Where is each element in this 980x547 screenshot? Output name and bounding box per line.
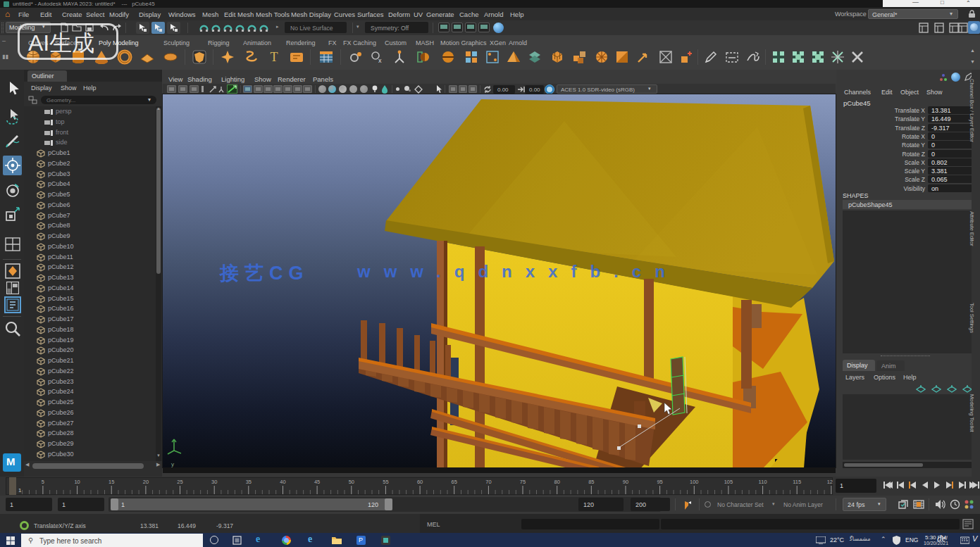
svg-text:120: 120 xyxy=(827,479,833,485)
svg-text:55: 55 xyxy=(383,479,388,485)
svg-text:15: 15 xyxy=(108,479,114,485)
svg-text:10: 10 xyxy=(74,479,80,485)
svg-text:x: x xyxy=(378,57,382,64)
svg-text:65: 65 xyxy=(452,479,457,485)
svg-text:40: 40 xyxy=(280,479,285,485)
svg-text:95: 95 xyxy=(657,479,662,485)
svg-text:25: 25 xyxy=(177,479,182,485)
svg-text:105: 105 xyxy=(724,479,733,485)
svg-text:90: 90 xyxy=(623,479,628,485)
svg-text:110: 110 xyxy=(759,479,767,485)
svg-text:100: 100 xyxy=(690,479,699,485)
svg-text:85: 85 xyxy=(588,479,594,485)
svg-text:35: 35 xyxy=(246,479,252,485)
svg-text:20: 20 xyxy=(143,479,149,485)
svg-text:5: 5 xyxy=(42,479,44,485)
svg-text:30: 30 xyxy=(211,479,217,485)
svg-text:70: 70 xyxy=(485,479,491,485)
svg-text:75: 75 xyxy=(520,479,526,485)
svg-text:50: 50 xyxy=(349,479,354,485)
svg-text:80: 80 xyxy=(554,479,560,485)
svg-text:T: T xyxy=(271,50,278,64)
svg-text:115: 115 xyxy=(793,479,801,485)
svg-text:45: 45 xyxy=(314,479,320,485)
svg-text:60: 60 xyxy=(417,479,423,485)
